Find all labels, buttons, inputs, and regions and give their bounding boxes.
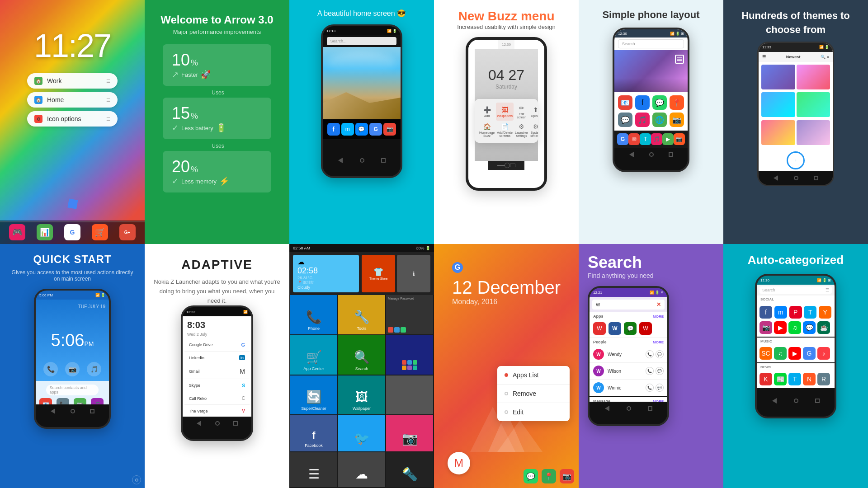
qs-app-4[interactable]: 🎵	[91, 398, 104, 404]
tile-manage[interactable]: Manage Password	[386, 295, 433, 334]
context-remove[interactable]: Remove	[497, 385, 570, 403]
app-wallpaper[interactable]: W	[639, 322, 652, 335]
social-twitter[interactable]: T	[804, 306, 816, 319]
tile-flashlight[interactable]: 🔦	[386, 452, 433, 487]
tile-search[interactable]: 🔍 Search	[338, 335, 385, 375]
tile-tools[interactable]: 🔧 Tools	[338, 295, 385, 334]
qs-recents-icon[interactable]	[90, 409, 94, 413]
app-icon-2[interactable]: 📊	[37, 224, 53, 240]
wendy-msg-icon[interactable]: 💬	[656, 350, 664, 358]
theme-card-3[interactable]	[761, 92, 795, 117]
music-soundcloud[interactable]: SC	[760, 347, 772, 360]
dock-app-6[interactable]: 📷	[674, 133, 685, 145]
recents-nav-icon[interactable]	[669, 152, 673, 157]
tile-menu[interactable]: ☰	[290, 452, 337, 487]
app-icon-gplus[interactable]: G+	[119, 224, 136, 240]
news-twitter[interactable]: T	[788, 373, 801, 385]
auto-back-icon[interactable]	[772, 398, 777, 404]
search-home-icon[interactable]	[627, 406, 631, 411]
app-wechat[interactable]: 💬	[624, 322, 637, 335]
news-kindle[interactable]: K	[760, 373, 772, 385]
buzz-upload-icon[interactable]: ⬆ Upload	[529, 103, 538, 121]
theme-card-1[interactable]	[761, 65, 795, 89]
app-fb[interactable]: f	[635, 95, 650, 110]
wendy-call-icon[interactable]: 📞	[646, 350, 654, 358]
social-extra[interactable]: 💬	[803, 321, 816, 334]
qs-action-3[interactable]: 🎵	[87, 362, 101, 376]
search-clear-icon[interactable]: ✕	[656, 301, 661, 308]
news-extra2[interactable]: R	[817, 373, 830, 385]
tile-facebook[interactable]: f Facebook	[290, 415, 337, 451]
social-starbucks[interactable]: ☕	[817, 321, 830, 334]
nokia-app-drive[interactable]: Google Drive G	[184, 338, 250, 352]
whatsapp-icon[interactable]: 💬	[524, 469, 538, 483]
music-spotify[interactable]: ♫	[774, 347, 787, 360]
adaptive-back-icon[interactable]	[197, 421, 201, 426]
app-icon-google[interactable]: G	[64, 224, 80, 240]
nokia-app-theverge[interactable]: The Verge V	[184, 405, 250, 417]
tile-apps-grid[interactable]	[386, 335, 433, 375]
social-youtube[interactable]: ▶	[774, 321, 787, 334]
adaptive-home-icon[interactable]	[215, 421, 220, 426]
news-app[interactable]: 📰	[774, 373, 787, 385]
tile-twitter[interactable]: 🐦	[338, 415, 385, 451]
qs-action-2[interactable]: 📷	[65, 362, 80, 376]
person-wilson[interactable]: W Wilson 📞 💬	[590, 363, 667, 380]
search-bar-mock[interactable]: Search...	[327, 37, 397, 45]
app-icon-3[interactable]: 🛒	[92, 224, 108, 240]
buzz-menu-popup[interactable]: ➕ Add 🖼 Wallpapers ✏ Edit screen ⬆	[475, 99, 538, 143]
auto-recents-icon[interactable]	[815, 399, 820, 403]
qs-app-2[interactable]: 📞	[57, 398, 69, 404]
tile-appcenter[interactable]: 🛒 App Center	[290, 335, 337, 375]
qs-action-1[interactable]: 📞	[43, 362, 58, 376]
gmail-bottom-icon[interactable]: M	[448, 452, 470, 474]
person-winnie[interactable]: W Winnie 📞 💬	[590, 380, 667, 396]
search-recents-icon[interactable]	[648, 406, 652, 411]
tile-cloud[interactable]: ☁	[338, 452, 385, 487]
recents-button-icon[interactable]	[381, 158, 386, 163]
dock-app-4[interactable]: 🎵	[651, 133, 662, 145]
person-wendy[interactable]: W Wendy 📞 💬	[590, 346, 667, 363]
buzz-add-icon[interactable]: ➕ Add	[478, 103, 495, 121]
tile-themestore[interactable]: 👕 Theme Store	[362, 255, 395, 292]
tile-supercleaner[interactable]: 🔄 SuperCleaner	[290, 375, 337, 415]
app-messenger[interactable]: 💬	[618, 113, 632, 127]
app-word[interactable]: W	[609, 322, 621, 335]
news-extra1[interactable]: N	[803, 373, 816, 385]
nokia-app-callreko[interactable]: Call Reko C	[184, 392, 250, 405]
app-chrome[interactable]: 🌐	[652, 113, 667, 127]
social-messenger[interactable]: m	[774, 306, 787, 319]
buzz-adddelete-icon[interactable]: 📄 Add/Delete screens	[496, 121, 514, 139]
buzz-wallpapers-icon[interactable]: 🖼 Wallpapers	[496, 103, 514, 121]
app-wa[interactable]: 💬	[652, 95, 667, 110]
buzz-homepage-icon[interactable]: 🏠 Homepage Buzz	[478, 121, 495, 139]
qs-back-icon[interactable]	[51, 408, 55, 414]
social-spotify[interactable]: ♫	[788, 321, 801, 334]
tile-phone[interactable]: 📞 Phone	[290, 295, 337, 334]
theme-card-4[interactable]	[797, 92, 830, 117]
dock-app-1[interactable]: G	[617, 133, 628, 145]
app-spotify[interactable]: 🎵	[635, 113, 650, 127]
music-youtube[interactable]: ▶	[788, 347, 801, 360]
auto-search-input[interactable]: Search ☰	[760, 286, 832, 294]
tile-wallpaper[interactable]: 🖼 Wallpaper	[338, 375, 385, 415]
social-pinterest[interactable]: P	[789, 306, 802, 319]
nokia-app-skype[interactable]: Skype S	[184, 379, 250, 392]
music-google[interactable]: G	[803, 347, 816, 360]
social-insta[interactable]: 📷	[760, 321, 772, 334]
wilson-msg-icon[interactable]: 💬	[656, 367, 664, 375]
social-yelp[interactable]: Y	[819, 306, 831, 319]
nokia-app-linkedin[interactable]: LinkedIn in	[184, 352, 250, 364]
app-wonderlist[interactable]: W	[593, 322, 606, 335]
dock-app-3[interactable]: T	[640, 133, 651, 145]
more-apps-link[interactable]: MORE	[653, 314, 664, 319]
back-nav-icon[interactable]	[629, 152, 634, 157]
settings-gear-icon[interactable]: ⚙	[132, 475, 141, 484]
context-apps-list[interactable]: Apps List	[497, 366, 570, 385]
nokia-app-gmail[interactable]: Gmail M	[184, 364, 250, 379]
wilson-call-icon[interactable]: 📞	[646, 367, 654, 375]
more-msg-link[interactable]: MORE	[653, 399, 664, 402]
qs-home-icon[interactable]	[71, 409, 75, 413]
more-people-link[interactable]: MORE	[653, 340, 664, 344]
search-back-icon[interactable]	[605, 406, 609, 411]
